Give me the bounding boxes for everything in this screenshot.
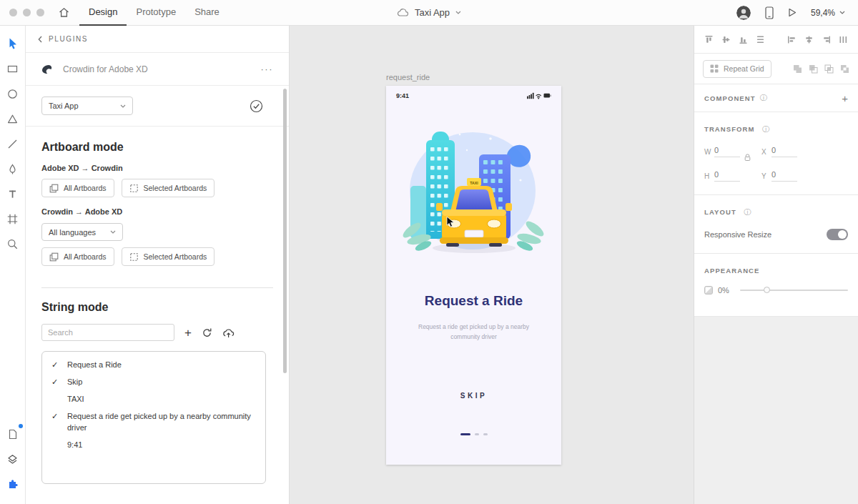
align-bottom-icon[interactable]	[739, 35, 748, 44]
upload-button[interactable]	[222, 327, 235, 338]
dashed-selection-icon	[129, 184, 139, 193]
line-tool[interactable]	[4, 134, 22, 153]
titlebar: Design Prototype Share Taxi App 59,4%	[0, 0, 858, 26]
pen-tool[interactable]	[4, 159, 22, 178]
assets-panel-button[interactable]	[4, 425, 22, 443]
list-item[interactable]: 9:41	[42, 437, 265, 454]
upload-buttons-row: All Artboards Selected Artboards	[41, 179, 273, 197]
document-title[interactable]: Taxi App	[397, 7, 461, 18]
chevron-down-icon	[110, 230, 116, 234]
repeat-grid-button[interactable]: Repeat Grid	[703, 60, 771, 78]
height-field[interactable]: 0	[714, 170, 740, 182]
confirm-project-button[interactable]	[250, 99, 263, 113]
chevron-down-icon	[120, 104, 126, 108]
align-center-icon[interactable]	[804, 35, 814, 44]
artboard-label[interactable]: request_ride	[386, 73, 430, 81]
info-icon[interactable]: ⓘ	[762, 125, 769, 133]
triangle-icon	[7, 114, 18, 124]
selected-artboards-button[interactable]: Selected Artboards	[122, 179, 215, 197]
opacity-slider[interactable]	[740, 290, 848, 291]
align-middle-icon[interactable]	[721, 35, 731, 44]
screen-title: Request a Ride	[386, 293, 561, 309]
window-minimize-button[interactable]	[23, 9, 31, 16]
window-zoom-button[interactable]	[36, 9, 44, 16]
y-field[interactable]: 0	[771, 170, 797, 182]
boolean-subtract-icon[interactable]	[809, 64, 818, 74]
boolean-add-icon[interactable]	[793, 64, 802, 74]
lock-aspect-button[interactable]	[744, 154, 751, 162]
text-tool[interactable]	[4, 184, 22, 203]
refresh-icon	[202, 327, 212, 338]
distribute-vertical-icon[interactable]	[756, 35, 765, 44]
tools-toolbar	[0, 26, 26, 504]
list-item[interactable]: ✓ Request a ride get picked up by a near…	[42, 408, 265, 437]
window-close-button[interactable]	[9, 9, 17, 16]
plugins-back[interactable]: PLUGINS	[26, 26, 289, 53]
list-item[interactable]: ✓ Skip	[42, 374, 265, 391]
all-artboards-button[interactable]: All Artboards	[41, 247, 114, 266]
plugin-name: Crowdin for Adobe XD	[63, 64, 254, 74]
all-artboards-button[interactable]: All Artboards	[41, 179, 114, 197]
alignment-toolbar	[694, 26, 858, 54]
responsive-resize-toggle[interactable]	[827, 229, 848, 240]
opacity-value[interactable]: 0%	[718, 286, 729, 295]
artboard-request-ride[interactable]: 9:41	[386, 86, 561, 465]
home-button[interactable]	[59, 7, 69, 18]
tab-share[interactable]: Share	[185, 0, 229, 26]
polygon-tool[interactable]	[4, 109, 22, 128]
skip-button[interactable]: SKIP	[386, 392, 561, 400]
layers-panel-button[interactable]	[4, 450, 22, 468]
zoom-control[interactable]: 59,4%	[811, 8, 845, 18]
align-left-icon[interactable]	[787, 35, 797, 44]
tab-design[interactable]: Design	[79, 0, 127, 26]
canvas[interactable]: request_ride 9:41	[290, 26, 694, 504]
ellipse-tool[interactable]	[4, 84, 22, 103]
selected-artboards-button[interactable]: Selected Artboards	[122, 247, 215, 266]
transform-section: TRANSFORM ⓘ W 0 X 0 H 0 Y 0	[694, 112, 858, 195]
width-field[interactable]: 0	[714, 146, 740, 157]
rectangle-tool[interactable]	[4, 59, 22, 78]
list-item[interactable]: TAXI	[42, 391, 265, 408]
languages-select[interactable]: All languages	[41, 223, 123, 241]
mouse-cursor	[446, 216, 455, 228]
magnifier-icon	[7, 239, 18, 249]
add-component-button[interactable]: +	[842, 93, 848, 104]
component-section-header: COMPONENT ⓘ +	[694, 84, 858, 112]
align-top-icon[interactable]	[704, 35, 714, 44]
assets-icon	[8, 429, 18, 440]
direction-crowdin-to-xd: Crowdin → Adobe XD	[41, 207, 273, 216]
distribute-horizontal-icon[interactable]	[839, 35, 848, 44]
info-icon[interactable]: ⓘ	[744, 208, 751, 216]
project-select[interactable]: Taxi App	[41, 97, 133, 115]
info-icon[interactable]: ⓘ	[760, 93, 767, 103]
section-divider	[41, 287, 273, 288]
device-preview-button[interactable]	[765, 6, 774, 19]
search-input[interactable]	[41, 324, 174, 341]
refresh-button[interactable]	[202, 327, 212, 338]
project-select-value: Taxi App	[49, 102, 79, 110]
boolean-exclude-icon[interactable]	[840, 64, 849, 74]
home-icon	[59, 7, 69, 18]
user-avatar[interactable]	[736, 6, 751, 20]
taxi-illustration: TAXI	[399, 123, 549, 266]
all-artboards-label: All Artboards	[64, 184, 107, 192]
notification-dot	[19, 424, 23, 428]
boolean-intersect-icon[interactable]	[824, 64, 834, 74]
preview-play-button[interactable]	[788, 8, 797, 17]
zoom-tool[interactable]	[4, 234, 22, 253]
transform-label: TRANSFORM	[704, 125, 755, 133]
list-item[interactable]: ✓ Request a Ride	[42, 357, 265, 374]
plugins-puzzle-icon	[7, 478, 19, 490]
chevron-down-icon	[839, 11, 845, 14]
slider-thumb[interactable]	[764, 287, 770, 293]
tab-prototype[interactable]: Prototype	[127, 0, 185, 26]
scrollbar[interactable]	[283, 89, 287, 373]
add-string-button[interactable]: +	[184, 327, 192, 339]
artboard-tool[interactable]	[4, 209, 22, 228]
x-field[interactable]: 0	[771, 146, 797, 157]
align-right-icon[interactable]	[822, 35, 831, 44]
select-tool[interactable]	[4, 34, 22, 53]
plugin-overflow-menu-button[interactable]: ···	[261, 64, 274, 74]
circle-check-icon	[250, 99, 263, 113]
plugins-panel-button[interactable]	[4, 475, 22, 493]
